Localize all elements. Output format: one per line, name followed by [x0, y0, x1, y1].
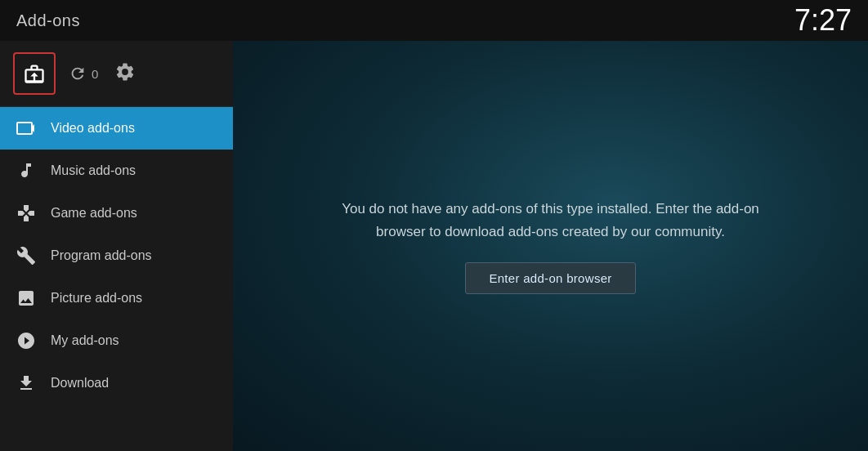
content-message: You do not have any add-ons of this type… [322, 198, 780, 242]
sidebar-item-program[interactable]: Program add-ons [0, 234, 233, 277]
top-bar: Add-ons 7:27 [0, 0, 868, 41]
refresh-button[interactable]: 0 [69, 65, 98, 83]
sidebar-item-myaddon[interactable]: My add-ons [0, 319, 233, 362]
sidebar-item-picture[interactable]: Picture add-ons [0, 277, 233, 319]
sidebar-item-label-program: Program add-ons [51, 248, 152, 263]
music-icon [16, 161, 36, 181]
sidebar-item-label-picture: Picture add-ons [51, 291, 142, 306]
program-icon [16, 246, 36, 266]
addon-box-icon [23, 62, 46, 85]
sidebar-item-download[interactable]: Download [0, 362, 233, 404]
myaddon-icon [16, 331, 36, 351]
page-title: Add-ons [16, 11, 80, 30]
sidebar-nav: Video add-ons Music add-ons Game add-ons [0, 107, 233, 451]
refresh-count: 0 [92, 67, 98, 81]
sidebar: 0 Video add-ons Music a [0, 41, 233, 451]
video-icon [16, 118, 36, 138]
enter-browser-button[interactable]: Enter add-on browser [465, 262, 635, 294]
sidebar-item-label-music: Music add-ons [51, 163, 136, 178]
sidebar-item-label-video: Video add-ons [51, 121, 135, 136]
sidebar-item-music[interactable]: Music add-ons [0, 150, 233, 192]
game-icon [16, 203, 36, 223]
sidebar-item-label-game: Game add-ons [51, 206, 137, 221]
sidebar-item-label-myaddon: My add-ons [51, 333, 119, 348]
sidebar-item-game[interactable]: Game add-ons [0, 192, 233, 234]
addon-box-button[interactable] [13, 52, 56, 95]
sidebar-item-video[interactable]: Video add-ons [0, 107, 233, 150]
settings-button[interactable] [114, 61, 136, 86]
sidebar-item-label-download: Download [51, 376, 109, 391]
refresh-icon [69, 65, 87, 83]
clock-display: 7:27 [794, 3, 852, 38]
sidebar-toolbar: 0 [0, 41, 233, 107]
picture-icon [16, 288, 36, 308]
download-icon [16, 373, 36, 393]
settings-gear-icon [114, 61, 136, 83]
main-content: 0 Video add-ons Music a [0, 41, 868, 451]
content-area: You do not have any add-ons of this type… [233, 41, 868, 451]
